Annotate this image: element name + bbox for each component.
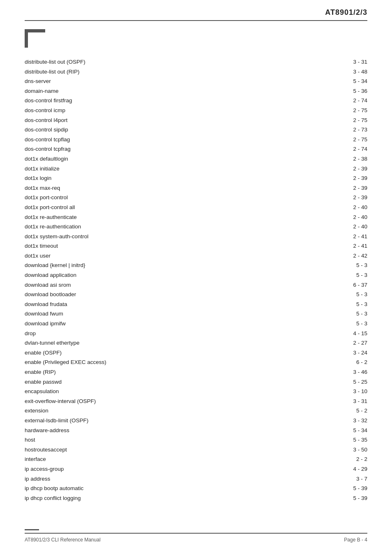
index-page: 3 - 48 [334,67,367,76]
index-term: encapsulation [25,387,334,396]
index-page: 6 - 37 [334,281,367,290]
index-page: 3 - 46 [334,368,367,377]
index-page: 2 - 40 [334,203,367,212]
table-row: dos-control tcpflag2 - 75 [25,135,367,145]
index-page: 5 - 39 [334,494,367,503]
index-term: dos-control sipdip [25,125,334,134]
index-page: 2 - 75 [334,116,367,125]
page-container: AT8901/2/3 distribute-list out (OSPF)3 -… [0,0,392,555]
table-row: download frudata5 - 3 [25,299,367,309]
table-row: dvlan-tunnel ethertype2 - 27 [25,338,367,348]
index-page: 2 - 74 [334,145,367,154]
table-row: hostroutesaccept3 - 50 [25,445,367,455]
index-term: dos-control firstfrag [25,96,334,105]
footer-accent-line [25,529,39,530]
table-row: dos-control firstfrag2 - 74 [25,96,367,106]
table-row: host5 - 35 [25,435,367,445]
table-row: download ipmifw5 - 3 [25,319,367,329]
index-term: dos-control tcpfrag [25,145,334,154]
index-page: 2 - 73 [334,125,367,134]
index-page: 2 - 41 [334,242,367,251]
table-row: domain-name5 - 36 [25,86,367,96]
table-row: download fwum5 - 3 [25,309,367,319]
index-page: 5 - 2 [334,406,367,415]
index-term: dot1x login [25,174,334,183]
index-term: distribute-list out (OSPF) [25,58,334,67]
index-page: 4 - 29 [334,465,367,474]
index-term: dot1x initialize [25,164,334,173]
index-page: 2 - 75 [334,106,367,115]
index-page: 2 - 38 [334,154,367,164]
index-term: host [25,435,334,444]
index-page: 5 - 3 [334,300,367,309]
table-row: dot1x login2 - 39 [25,173,367,183]
index-term: dot1x system-auth-control [25,232,334,241]
page-number: Page B - 4 [344,537,367,543]
table-row: distribute-list out (OSPF)3 - 31 [25,57,367,67]
index-term: ip access-group [25,465,334,474]
table-row: ip address3 - 7 [25,474,367,484]
index-page: 5 - 3 [334,290,367,299]
table-row: download {kernel | initrd}5 - 3 [25,260,367,270]
index-page: 3 - 32 [334,416,367,425]
index-term: enable passwd [25,378,334,387]
index-page: 5 - 3 [334,309,367,318]
table-row: dot1x port-control2 - 39 [25,193,367,203]
table-row: download asi srom6 - 37 [25,280,367,290]
index-page: 5 - 3 [334,319,367,328]
index-term: enable (RIP) [25,368,334,377]
table-row: dot1x system-auth-control2 - 41 [25,232,367,242]
index-page: 2 - 27 [334,339,367,348]
index-term: download ipmifw [25,319,334,328]
index-term: dos-control icmp [25,106,334,115]
index-term: download frudata [25,300,334,309]
index-table: distribute-list out (OSPF)3 - 31distribu… [25,57,367,503]
index-term: enable (Privileged EXEC access) [25,358,334,367]
logo-area [25,29,367,49]
index-page: 5 - 3 [334,261,367,270]
table-row: download bootloader5 - 3 [25,290,367,299]
table-row: exit-overflow-interval (OSPF)3 - 31 [25,396,367,406]
table-row: dot1x re-authentication2 - 40 [25,222,367,232]
index-page: 2 - 40 [334,222,367,231]
table-row: dot1x max-req2 - 39 [25,183,367,193]
logo-bracket-icon [25,29,45,48]
index-page: 5 - 25 [334,378,367,387]
table-row: download application5 - 3 [25,270,367,280]
index-page: 3 - 50 [334,445,367,454]
index-term: dvlan-tunnel ethertype [25,339,334,348]
index-term: download bootloader [25,290,334,299]
table-row: drop4 - 15 [25,329,367,339]
index-term: download asi srom [25,281,334,290]
table-row: dot1x re-authenticate2 - 40 [25,212,367,222]
index-page: 5 - 39 [334,484,367,493]
index-page: 3 - 24 [334,348,367,357]
index-page: 2 - 41 [334,232,367,241]
index-term: dot1x defaultlogin [25,154,334,164]
table-row: hardware-address5 - 34 [25,426,367,435]
index-term: dot1x user [25,251,334,260]
footer-content: AT8901/2/3 CLI Reference Manual Page B -… [25,537,367,543]
index-page: 2 - 75 [334,135,367,144]
index-page: 2 - 74 [334,96,367,105]
index-term: dot1x re-authenticate [25,213,334,222]
index-term: dot1x port-control [25,193,334,202]
index-page: 2 - 40 [334,213,367,222]
index-term: dot1x timeout [25,242,334,251]
index-term: domain-name [25,87,334,96]
index-page: 2 - 42 [334,251,367,260]
index-term: dos-control tcpflag [25,135,334,144]
table-row: external-lsdb-limit (OSPF)3 - 32 [25,416,367,426]
table-row: dos-control sipdip2 - 73 [25,125,367,135]
index-page: 5 - 35 [334,435,367,444]
table-row: interface2 - 2 [25,454,367,464]
index-page: 5 - 34 [334,426,367,435]
table-row: dot1x port-control all2 - 40 [25,203,367,212]
index-page: 2 - 39 [334,193,367,202]
table-row: dos-control tcpfrag2 - 74 [25,144,367,154]
index-term: drop [25,329,334,338]
index-term: extension [25,406,334,415]
table-row: dos-control icmp2 - 75 [25,106,367,115]
table-row: dns-server5 - 34 [25,76,367,86]
index-page: 2 - 2 [334,455,367,464]
